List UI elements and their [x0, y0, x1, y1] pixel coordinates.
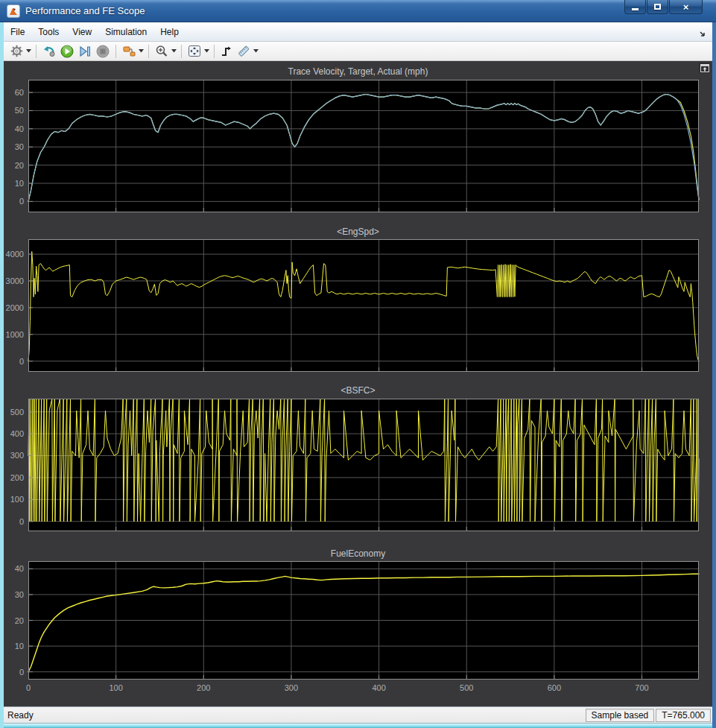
window-titlebar[interactable]: Performance and FE Scope × [0, 0, 716, 22]
gear-icon [10, 45, 23, 57]
velocity-chart: Trace Velocity, Target, Actual (mph) 010… [4, 66, 712, 212]
trigger-button[interactable] [218, 43, 235, 60]
fit-to-view-caret[interactable] [203, 43, 210, 60]
stop-icon [96, 45, 110, 58]
step-forward-icon [78, 45, 92, 57]
maximize-icon [654, 4, 661, 10]
fuel-economy-chart-title: FuelEconomy [4, 548, 712, 560]
fit-to-view-icon [188, 45, 201, 57]
status-bar: Ready Sample based T=765.000 [4, 706, 712, 723]
engine-speed-chart-title: <EngSpd> [4, 227, 712, 238]
window-frame: File Tools View Simulation Help [0, 22, 716, 728]
svg-text:500: 500 [10, 408, 24, 417]
menu-view[interactable]: View [66, 24, 98, 40]
scope-window: Performance and FE Scope × File Tools Vi… [0, 0, 716, 728]
svg-text:200: 200 [197, 683, 210, 692]
settings-gear-button[interactable] [8, 43, 25, 60]
sim-time-cell: T=765.000 [656, 709, 711, 722]
svg-text:4000: 4000 [6, 250, 24, 259]
velocity-chart-title: Trace Velocity, Target, Actual (mph) [4, 66, 712, 78]
svg-text:0: 0 [26, 683, 31, 692]
svg-text:500: 500 [460, 683, 473, 692]
highlight-simulink-block-caret[interactable] [138, 43, 145, 60]
fuel-economy-chart: FuelEconomy 0102030400100200300400500600… [4, 548, 712, 696]
minimize-button[interactable] [624, 0, 646, 14]
measurements-caret[interactable] [253, 43, 259, 60]
svg-text:700: 700 [635, 683, 648, 692]
close-button[interactable]: × [669, 0, 703, 14]
run-icon [60, 45, 74, 58]
settings-gear-caret[interactable] [25, 43, 32, 60]
svg-text:40: 40 [15, 124, 24, 133]
svg-text:30: 30 [15, 142, 24, 151]
svg-text:1000: 1000 [6, 330, 24, 339]
toolbar-separator [115, 45, 116, 58]
engine-speed-plot-area: 01000200030004000 [4, 239, 712, 372]
zoom-button[interactable] [153, 43, 171, 60]
sample-mode-cell: Sample based [586, 709, 655, 722]
svg-text:300: 300 [10, 451, 24, 460]
svg-text:600: 600 [548, 683, 561, 692]
menu-simulation[interactable]: Simulation [98, 24, 153, 40]
run-button[interactable] [58, 43, 76, 60]
step-back-button[interactable] [40, 43, 58, 60]
maximize-button[interactable] [647, 0, 668, 14]
svg-text:3000: 3000 [6, 276, 24, 285]
window-title: Performance and FE Scope [25, 5, 145, 16]
bsfc-chart: <BSFC> 0100200300400500 [4, 385, 712, 531]
menu-file[interactable]: File [4, 24, 31, 40]
svg-text:0: 0 [19, 357, 24, 366]
toolbar-separator [214, 45, 215, 58]
scope-canvas: Trace Velocity, Target, Actual (mph) 010… [4, 61, 712, 706]
svg-text:2000: 2000 [6, 303, 24, 312]
svg-text:200: 200 [10, 473, 24, 482]
svg-text:50: 50 [15, 106, 24, 115]
velocity-plot-area: 0102030405060 [4, 80, 712, 212]
trigger-icon [221, 45, 232, 57]
bsfc-chart-title: <BSFC> [4, 385, 712, 397]
svg-text:0: 0 [19, 197, 24, 206]
stop-button[interactable] [94, 43, 112, 60]
svg-text:400: 400 [372, 683, 385, 692]
menu-tools[interactable]: Tools [31, 24, 66, 40]
window-bottom-edge [4, 723, 712, 728]
measurements-button[interactable] [235, 43, 253, 60]
svg-text:0: 0 [19, 517, 24, 526]
menu-help[interactable]: Help [153, 24, 186, 40]
svg-text:400: 400 [10, 429, 24, 438]
toolbar-overflow-chevron-icon[interactable] [699, 28, 708, 37]
svg-text:0: 0 [19, 668, 24, 677]
zoom-in-icon [155, 45, 168, 57]
step-back-icon [42, 45, 56, 57]
svg-text:100: 100 [10, 495, 24, 504]
svg-text:20: 20 [15, 161, 24, 170]
menu-bar: File Tools View Simulation Help [4, 22, 712, 42]
tool-bar [4, 42, 712, 61]
status-message: Ready [4, 710, 586, 721]
toolbar-separator [181, 45, 182, 58]
ruler-icon [237, 45, 250, 57]
engine-speed-chart: <EngSpd> 01000200030004000 [4, 227, 712, 372]
highlight-simulink-block-button[interactable] [120, 43, 138, 60]
svg-text:300: 300 [285, 683, 298, 692]
app-matlab-icon [7, 4, 20, 18]
svg-text:40: 40 [15, 564, 24, 573]
simulink-blocks-icon [122, 45, 136, 57]
step-forward-button[interactable] [76, 43, 94, 60]
svg-text:20: 20 [15, 616, 24, 625]
svg-text:100: 100 [109, 683, 122, 692]
close-icon: × [683, 2, 689, 12]
minimize-icon [632, 8, 639, 10]
fit-to-view-button[interactable] [186, 43, 203, 60]
svg-text:60: 60 [15, 88, 24, 97]
zoom-caret[interactable] [171, 43, 177, 60]
toolbar-separator [36, 45, 37, 58]
svg-text:10: 10 [15, 642, 24, 651]
svg-text:30: 30 [15, 590, 24, 599]
bsfc-plot-area: 0100200300400500 [4, 399, 712, 531]
toolbar-separator [148, 45, 149, 58]
fuel-economy-plot-area: 0102030400100200300400500600700 [4, 561, 712, 696]
svg-text:10: 10 [15, 179, 24, 188]
